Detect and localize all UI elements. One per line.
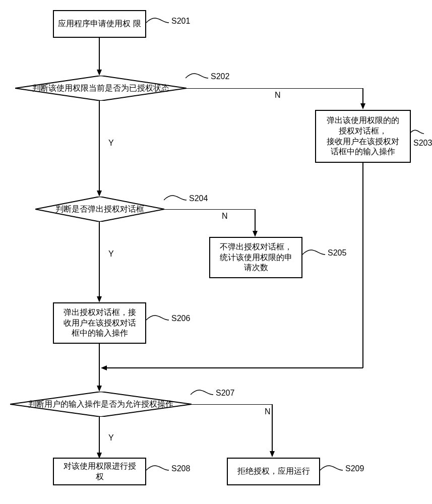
branch-s202-y: Y <box>108 139 114 148</box>
node-s209-text: 拒绝授权，应用运行 <box>237 466 310 477</box>
node-s203: 弹出该使用权限的的 授权对话框， 接收用户在该授权对 话框中的输入操作 <box>315 110 411 163</box>
node-s202: 判断该使用权限当前是否为已授权状态 <box>15 76 187 101</box>
node-s209: 拒绝授权，应用运行 <box>227 458 320 485</box>
node-s208: 对该使用权限进行授 权 <box>53 458 146 485</box>
node-s207: 判断用户的输入操作是否为允许授权操作 <box>10 392 192 417</box>
svg-marker-5 <box>360 103 365 109</box>
arrow-s203-merge <box>96 163 378 380</box>
arrow-s207-s209 <box>192 404 292 465</box>
node-s202-text: 判断该使用权限当前是否为已授权状态 <box>32 84 169 92</box>
arrow-s207-s208 <box>94 417 104 462</box>
arrow-s201-s202 <box>94 38 104 78</box>
node-s203-text: 弹出该使用权限的的 授权对话框， 接收用户在该授权对 话框中的输入操作 <box>327 115 399 157</box>
svg-marker-15 <box>97 386 102 392</box>
label-s202: S202 <box>211 72 229 81</box>
node-s201: 应用程序申请使用权 限 <box>53 10 146 38</box>
svg-marker-18 <box>101 365 107 370</box>
node-s201-text: 应用程序申请使用权 限 <box>58 19 141 29</box>
label-s201: S201 <box>171 17 190 26</box>
label-s209: S209 <box>345 464 364 473</box>
branch-s207-y: Y <box>108 433 114 443</box>
label-s208: S208 <box>171 464 190 473</box>
svg-marker-22 <box>270 451 275 457</box>
label-s207: S207 <box>216 389 234 398</box>
svg-marker-1 <box>97 70 102 76</box>
label-s203: S203 <box>413 139 432 148</box>
node-s208-text: 对该使用权限进行授 权 <box>64 461 136 482</box>
node-s207-text: 判断用户的输入操作是否为允许授权操作 <box>28 400 173 408</box>
